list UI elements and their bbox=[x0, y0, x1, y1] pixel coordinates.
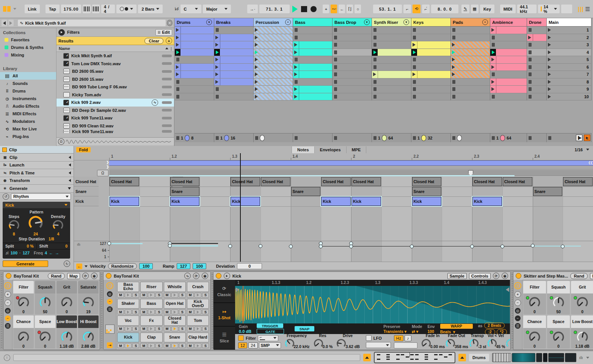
clip-slot[interactable] bbox=[411, 86, 451, 93]
pad-name[interactable]: Kick OverD bbox=[187, 299, 209, 309]
clip-stop-button[interactable] bbox=[373, 87, 377, 91]
save-preset-icon[interactable]: ◉ bbox=[502, 273, 508, 279]
clip-play-button[interactable] bbox=[491, 65, 494, 69]
device-on-toggle[interactable] bbox=[516, 273, 521, 279]
velocity-marker[interactable] bbox=[319, 245, 323, 248]
chevron-down-icon[interactable]: ▾ bbox=[403, 19, 409, 25]
clip-slot[interactable] bbox=[490, 27, 527, 34]
expand-triangle-icon[interactable] bbox=[69, 163, 71, 166]
trigger-button[interactable]: TRIGGER bbox=[257, 323, 283, 328]
midi-note[interactable]: Closed Hat bbox=[110, 177, 139, 186]
as-beats-button[interactable]: 2 Beats bbox=[484, 323, 505, 328]
mode-tab-1-shot[interactable]: ↦1-Shot bbox=[213, 303, 235, 326]
clip-slot[interactable] bbox=[527, 34, 547, 42]
pad-play-button[interactable] bbox=[125, 309, 132, 314]
expand-triangle-icon[interactable] bbox=[69, 171, 71, 174]
io-button[interactable]: ⇥ bbox=[107, 342, 113, 348]
clip-slot[interactable] bbox=[451, 86, 490, 93]
file-row[interactable]: Kick 909 2.wav∿ bbox=[56, 99, 174, 107]
automation-lane-button[interactable]: ← bbox=[76, 264, 82, 269]
clip-stop-button[interactable] bbox=[295, 80, 298, 84]
clip-slot[interactable] bbox=[214, 56, 254, 64]
capture-midi-icon[interactable]: ⌈⌋ bbox=[347, 5, 353, 13]
clear-filters-button[interactable]: Clear bbox=[144, 38, 163, 44]
clip-play-button[interactable] bbox=[215, 65, 218, 69]
scene-play-button[interactable] bbox=[548, 43, 551, 47]
punch-out-icon[interactable]: ⌐́ bbox=[422, 5, 430, 13]
clip-slot[interactable] bbox=[490, 71, 527, 78]
clip-slot[interactable] bbox=[490, 78, 527, 86]
left-macro-chance[interactable]: Chance0 bbox=[13, 315, 34, 349]
clip-stop-button[interactable] bbox=[529, 50, 532, 54]
clip-slot[interactable] bbox=[411, 27, 451, 34]
clip-play-button[interactable] bbox=[175, 49, 180, 56]
macro-knob[interactable] bbox=[552, 296, 565, 310]
pad-solo-button[interactable]: S bbox=[179, 326, 186, 331]
grid-interval-menu[interactable]: 1/16 bbox=[575, 147, 589, 152]
midi-note[interactable]: Kick bbox=[472, 197, 502, 206]
step-duration-value[interactable]: 1/8 bbox=[49, 237, 54, 241]
name-column-header[interactable]: Name | bbox=[56, 45, 174, 52]
clip-slot[interactable] bbox=[411, 71, 451, 78]
velocity-marker[interactable] bbox=[410, 245, 414, 248]
clip-play-button[interactable] bbox=[294, 43, 297, 47]
key-root-menu[interactable]: C bbox=[180, 5, 201, 13]
sidebar-item-audio-effects[interactable]: ⎍Audio Effects bbox=[0, 102, 56, 110]
clip-stop-button[interactable] bbox=[295, 28, 298, 32]
track-header-bass-drop[interactable]: Bass Drop▾ bbox=[333, 18, 372, 27]
shift-value[interactable]: 0 bbox=[65, 244, 67, 248]
left-macro-squash[interactable]: Squash50 bbox=[35, 281, 55, 314]
midi-note[interactable]: Snare bbox=[412, 187, 442, 196]
collapse-triangle-icon[interactable] bbox=[68, 187, 71, 190]
scene-slot[interactable]: 3 bbox=[547, 41, 591, 49]
midi-note[interactable]: Closed Hat bbox=[472, 177, 502, 186]
clip-slot[interactable] bbox=[490, 86, 527, 93]
split-value[interactable]: 0 % bbox=[27, 244, 33, 248]
clip-stop-button[interactable] bbox=[413, 80, 416, 84]
clip-play-button[interactable] bbox=[255, 36, 258, 39]
lfo-sync-button[interactable]: ♪ bbox=[405, 335, 411, 341]
knob-value[interactable]: 358 ms bbox=[455, 344, 468, 349]
sidebar-item-modulators[interactable]: ∿Modulators bbox=[0, 118, 56, 125]
randomize-button[interactable]: Randomize bbox=[108, 263, 137, 269]
clip-stop-button[interactable] bbox=[413, 87, 416, 91]
drum-pad-whistle[interactable]: WhistleMS bbox=[164, 282, 186, 298]
browser-search-input[interactable]: ∿ Kick Mkit Synth 9.aif bbox=[18, 20, 166, 26]
loop-bar[interactable] bbox=[109, 160, 593, 166]
clip-slot[interactable] bbox=[527, 41, 547, 49]
track-stop-button[interactable] bbox=[548, 136, 551, 140]
clip-slot[interactable] bbox=[372, 86, 411, 93]
clip-slot[interactable] bbox=[333, 56, 372, 64]
macro-knob[interactable] bbox=[552, 330, 565, 345]
note-row-label[interactable]: Closed Hat bbox=[74, 177, 99, 187]
clip-play-button[interactable] bbox=[176, 36, 179, 39]
clip-play-button[interactable] bbox=[372, 49, 378, 56]
clip-stop-button[interactable] bbox=[413, 95, 416, 99]
pad-play-button[interactable] bbox=[195, 309, 201, 314]
file-row[interactable]: Kicky Tom.adv bbox=[56, 91, 174, 99]
track-stop-button[interactable] bbox=[295, 136, 298, 140]
clip-slot[interactable] bbox=[175, 34, 214, 42]
clip-stop-button[interactable] bbox=[176, 58, 179, 61]
pad-play-button[interactable] bbox=[171, 343, 178, 348]
clip-slot[interactable] bbox=[175, 71, 214, 78]
section-clip[interactable]: ▣Clip bbox=[0, 154, 74, 162]
key-map-button[interactable]: Key bbox=[480, 5, 494, 13]
pad-play-button[interactable] bbox=[148, 293, 155, 298]
freq-value[interactable]: 4 bbox=[45, 251, 47, 255]
device-on-toggle[interactable] bbox=[216, 273, 221, 279]
clip-slot[interactable] bbox=[411, 78, 451, 86]
clip-slot[interactable] bbox=[451, 56, 490, 64]
scene-slot[interactable]: 9 bbox=[547, 86, 591, 93]
preview-play-icon[interactable] bbox=[224, 273, 230, 279]
clip-slot[interactable] bbox=[451, 34, 490, 42]
hotswap-icon[interactable]: ⟳ bbox=[193, 273, 199, 279]
snapshot-icon[interactable]: ◎ bbox=[515, 308, 521, 314]
generator-target-menu[interactable]: Kick bbox=[3, 202, 70, 208]
lfo-toggle[interactable] bbox=[366, 335, 372, 341]
clip-play-button[interactable] bbox=[294, 50, 297, 54]
punch-in-icon[interactable]: ⌐ bbox=[403, 5, 411, 13]
pad-play-button[interactable] bbox=[125, 343, 132, 348]
midi-note[interactable]: Snare bbox=[170, 187, 200, 196]
clip-slot[interactable] bbox=[490, 41, 527, 49]
